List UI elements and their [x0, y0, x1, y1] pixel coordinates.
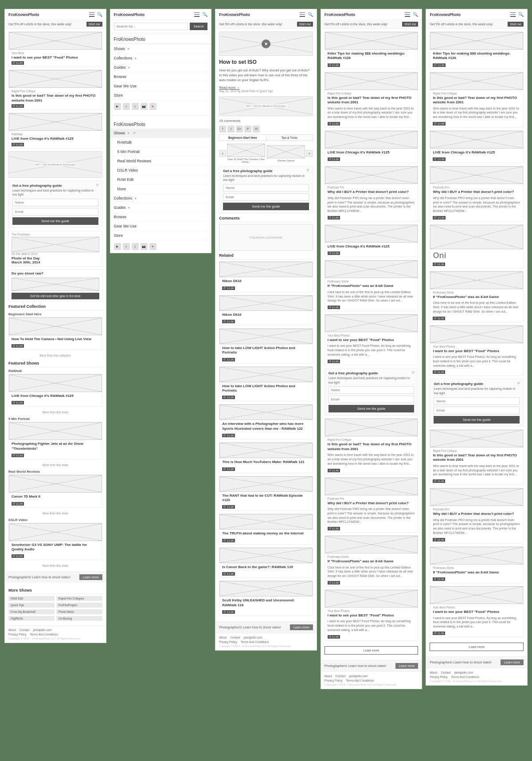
- screen4-footer-terms[interactable]: Terms And Conditions: [346, 679, 374, 682]
- 5min-show-more[interactable]: More from this show: [8, 462, 102, 468]
- more-show-item-0[interactable]: RAW Edit: [8, 596, 55, 601]
- snapchat-icon2[interactable]: 👻: [149, 243, 156, 250]
- screen4-search-icon[interactable]: 🔍: [413, 12, 418, 17]
- nav2-dslr[interactable]: DSLR Video: [110, 166, 211, 175]
- search-submit-btn[interactable]: Search: [190, 23, 207, 30]
- footer-privacy[interactable]: Privacy Policy: [8, 633, 26, 636]
- screen4-footer-site[interactable]: jaredpolin.com: [349, 675, 368, 678]
- screen3-footer-privacy[interactable]: Privacy Policy: [219, 640, 237, 643]
- screen5-footer-privacy[interactable]: Privacy Policy: [430, 675, 447, 679]
- footer-terms[interactable]: Terms And Conditions: [30, 633, 58, 636]
- screen2-hamburger-icon[interactable]: [194, 12, 200, 17]
- guide-email-input[interactable]: [12, 208, 98, 216]
- comment-tab-beginners[interactable]: Beginners Start Here: [219, 135, 266, 141]
- dslr-show-more[interactable]: More from this show: [8, 563, 102, 569]
- screen3-hamburger-icon[interactable]: [300, 12, 305, 17]
- screen3-guide-email[interactable]: [223, 193, 309, 201]
- twitter-icon[interactable]: t: [132, 103, 139, 110]
- screen3-footer-terms[interactable]: Terms And Conditions: [241, 640, 269, 643]
- nav2-gear[interactable]: Gear We Use: [110, 222, 211, 231]
- nav-shows[interactable]: Shows ▼: [110, 44, 211, 54]
- nav2-guides[interactable]: Guides ▼: [110, 203, 211, 212]
- nav-browse[interactable]: Browse: [110, 72, 211, 82]
- read-more-link[interactable]: Read more →: [219, 86, 240, 90]
- nav2-browse[interactable]: Browse: [110, 212, 211, 222]
- screen5-learn-more-btn[interactable]: Learn more: [501, 659, 524, 665]
- nav2-shows[interactable]: Shows ▼ ☞: [110, 129, 211, 138]
- rwreviews-show-more[interactable]: More from this show: [8, 510, 102, 516]
- snapchat-icon[interactable]: 👻: [149, 103, 156, 110]
- instagram-icon2[interactable]: 📷: [141, 243, 148, 250]
- footer-about[interactable]: About: [8, 628, 16, 632]
- share-email-icon[interactable]: ✉: [253, 126, 260, 133]
- footer-contact[interactable]: Contact: [20, 628, 29, 632]
- more-show-item-6[interactable]: DigiRiche: [8, 616, 55, 621]
- promo-btn[interactable]: Shirt me: [86, 22, 102, 27]
- facebook-icon[interactable]: f: [123, 103, 130, 110]
- hamburger-icon[interactable]: [89, 12, 94, 17]
- screen3-guide-name[interactable]: [223, 184, 309, 192]
- comment-tab-tips[interactable]: Tips & Tricks: [266, 135, 313, 141]
- nav-gear[interactable]: Gear We Use: [110, 82, 211, 91]
- guide-name-input[interactable]: [12, 199, 98, 206]
- article-video-thumb[interactable]: [219, 31, 313, 56]
- play-button[interactable]: [262, 39, 270, 48]
- nav2-5min[interactable]: 5 Min Portrait: [110, 147, 211, 157]
- nav2-rwr[interactable]: Real World Reviews: [110, 157, 211, 166]
- search-input[interactable]: [114, 23, 188, 30]
- screen4-guide-close[interactable]: ✕: [411, 370, 415, 375]
- nav2-more[interactable]: More: [110, 184, 211, 194]
- more-show-item-1[interactable]: Rapid Fire Critiques: [56, 596, 102, 601]
- nav2-rawedit[interactable]: RAW Edit: [110, 175, 211, 184]
- share-gp-icon[interactable]: G+: [236, 126, 243, 133]
- youtube-icon[interactable]: ▶: [114, 103, 121, 110]
- screen3-promo-btn[interactable]: Shirt me: [297, 22, 313, 27]
- screen3-search-icon[interactable]: 🔍: [308, 12, 313, 17]
- more-show-item-5[interactable]: Photo News: [56, 609, 102, 614]
- share-pin-icon[interactable]: P: [244, 126, 251, 133]
- screen5-footer-site[interactable]: jaredpolin.com: [454, 671, 473, 674]
- learn-more-btn[interactable]: Learn more: [79, 574, 102, 580]
- nav2-store[interactable]: Store: [110, 231, 211, 240]
- footer-site[interactable]: jaredpolin.com: [33, 628, 51, 632]
- nav2-collections[interactable]: Collections ▼: [110, 194, 211, 203]
- featured-collection-more[interactable]: More from this collection: [8, 353, 102, 358]
- share-tw-icon[interactable]: t: [227, 126, 235, 133]
- screen5-hamburger-icon[interactable]: [510, 12, 516, 17]
- screen4-load-more-btn[interactable]: Load more: [325, 646, 419, 655]
- screen5-promo-btn[interactable]: Shirt me: [508, 22, 524, 27]
- screen4-guide-btn[interactable]: Send me the guide: [329, 405, 415, 412]
- more-show-item-4[interactable]: From My Bookshelf: [8, 609, 55, 614]
- screen3-guide-close[interactable]: ✕: [306, 168, 310, 173]
- screen4-guide-name[interactable]: [329, 386, 415, 394]
- screen4-footer-privacy[interactable]: Privacy Policy: [325, 679, 342, 682]
- guide-submit-btn[interactable]: Send me the guide: [12, 217, 98, 225]
- screen4-hamburger-icon[interactable]: [405, 12, 410, 17]
- rawtalk-show-more[interactable]: More from this show: [8, 409, 102, 415]
- screen4-guide-email[interactable]: [329, 396, 415, 403]
- screen5-guide-name[interactable]: [434, 397, 520, 405]
- slide-prev-btn[interactable]: ‹: [219, 150, 226, 157]
- screen5-guide-close[interactable]: ✕: [517, 381, 520, 385]
- screen2-search-icon[interactable]: 🔍: [202, 12, 207, 17]
- search-icon[interactable]: 🔍: [97, 12, 102, 17]
- screen3-learn-more-btn[interactable]: Learn more: [290, 624, 313, 630]
- nav-store[interactable]: Store: [110, 91, 211, 100]
- more-show-item-2[interactable]: Quick Tips: [8, 603, 55, 608]
- screen3-footer-about[interactable]: About: [219, 636, 227, 639]
- screen5-load-more-btn[interactable]: Load more: [430, 643, 524, 651]
- slide-next-btn[interactable]: ›: [306, 150, 313, 157]
- screen4-learn-more-btn[interactable]: Learn more: [395, 663, 419, 669]
- screen5-footer-contact[interactable]: Contact: [441, 671, 450, 674]
- screen5-guide-email[interactable]: [434, 407, 520, 414]
- screen3-footer-site[interactable]: jaredpolin.com: [244, 636, 262, 639]
- screen3-footer-contact[interactable]: Contact: [230, 636, 240, 639]
- more-show-item-3[interactable]: FroFilmProject: [56, 603, 102, 608]
- screen5-footer-about[interactable]: About: [430, 671, 437, 674]
- screen4-footer-about[interactable]: About: [325, 675, 332, 678]
- screen5-guide-btn[interactable]: Send me the guide: [434, 416, 520, 424]
- youtube-icon2[interactable]: ▶: [114, 243, 121, 250]
- instagram-icon[interactable]: 📷: [141, 103, 148, 110]
- get-shirt-btn[interactable]: Get the shirt and other gear in the stor…: [12, 293, 99, 299]
- screen5-footer-terms[interactable]: Terms And Conditions: [451, 675, 479, 679]
